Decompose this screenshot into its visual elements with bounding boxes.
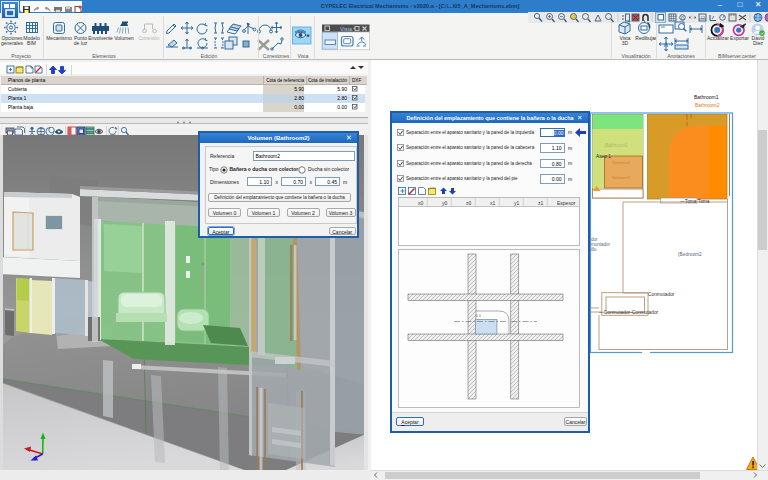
svg-text:0: 0	[681, 15, 684, 21]
svg-text:Vista: Vista	[340, 26, 353, 32]
svg-text:12: 12	[701, 15, 706, 20]
svg-text:0.0: 0.0	[476, 314, 481, 318]
svg-text:A: A	[664, 41, 669, 48]
